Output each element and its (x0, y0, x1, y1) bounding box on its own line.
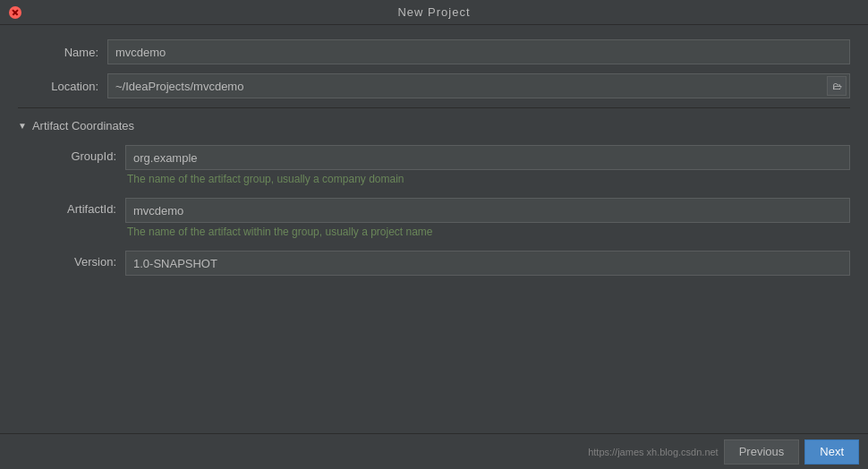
browse-folder-button[interactable]: 🗁 (827, 76, 847, 96)
version-input[interactable] (125, 251, 850, 276)
location-row: Location: 🗁 (18, 73, 850, 98)
next-button[interactable]: Next (804, 439, 859, 465)
folder-icon: 🗁 (832, 81, 842, 91)
artifactid-input[interactable] (125, 198, 850, 223)
groupid-row: GroupId: The name of the artifact group,… (36, 145, 850, 194)
artifact-section: GroupId: The name of the artifact group,… (18, 145, 850, 276)
status-url: https://james xh.blog.csdn.net (588, 447, 719, 457)
title-bar: New Project (0, 0, 868, 25)
artifactid-row: ArtifactId: The name of the artifact wit… (36, 198, 850, 247)
location-input[interactable] (107, 73, 850, 98)
artifactid-field-wrapper: The name of the artifact within the grou… (125, 198, 850, 247)
artifact-section-title: Artifact Coordinates (32, 119, 134, 132)
groupid-hint: The name of the artifact group, usually … (125, 173, 850, 185)
groupid-label: GroupId: (36, 145, 125, 163)
name-label: Name: (18, 46, 107, 59)
name-input[interactable] (107, 39, 850, 64)
previous-button[interactable]: Previous (724, 439, 800, 465)
artifact-section-header[interactable]: ▼ Artifact Coordinates (18, 119, 850, 132)
close-button[interactable] (9, 6, 21, 19)
name-row: Name: (18, 39, 850, 64)
location-label: Location: (18, 80, 107, 93)
collapse-arrow-icon: ▼ (18, 121, 27, 131)
version-field-wrapper (125, 251, 850, 276)
dialog-title: New Project (397, 5, 470, 19)
bottom-bar: https://james xh.blog.csdn.net Previous … (0, 433, 868, 469)
artifactid-hint: The name of the artifact within the grou… (125, 226, 850, 238)
version-row: Version: (36, 251, 850, 276)
location-input-wrapper: 🗁 (107, 73, 850, 98)
artifactid-label: ArtifactId: (36, 198, 125, 216)
groupid-input[interactable] (125, 145, 850, 170)
divider (18, 107, 850, 108)
groupid-field-wrapper: The name of the artifact group, usually … (125, 145, 850, 194)
version-label: Version: (36, 251, 125, 269)
dialog-content: Name: Location: 🗁 ▼ Artifact Coordinates… (0, 25, 868, 294)
